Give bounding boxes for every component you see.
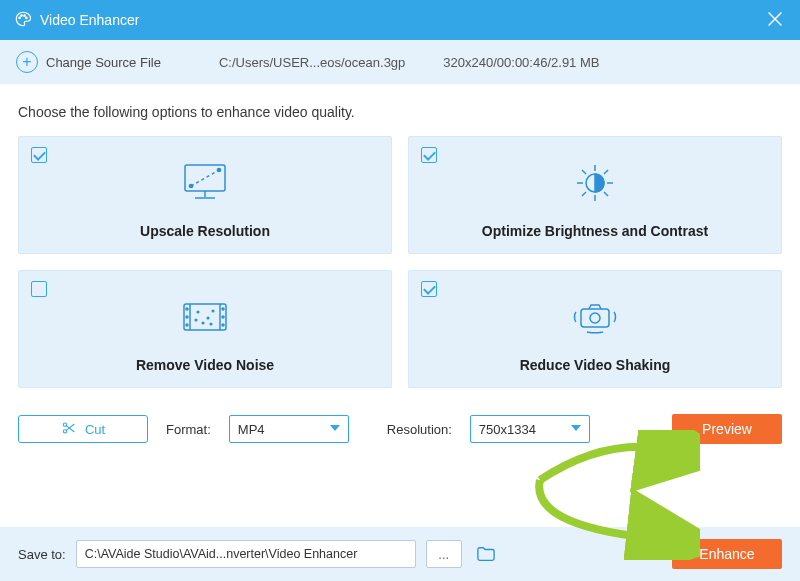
svg-point-1 — [21, 14, 23, 16]
film-noise-icon — [175, 287, 235, 347]
save-to-label: Save to: — [18, 547, 66, 562]
cut-button[interactable]: Cut — [18, 415, 148, 443]
monitor-icon — [175, 153, 235, 213]
save-path-value: C:\AVAide Studio\AVAid...nverter\Video E… — [85, 547, 358, 561]
cut-label: Cut — [85, 422, 105, 437]
source-path: C:/Users/USER...eos/ocean.3gp — [219, 55, 405, 70]
svg-point-27 — [222, 308, 224, 310]
resolution-select[interactable]: 750x1334 — [470, 415, 590, 443]
close-icon[interactable] — [764, 8, 786, 30]
format-label: Format: — [166, 422, 211, 437]
save-path-input[interactable]: C:\AVAide Studio\AVAid...nverter\Video E… — [76, 540, 416, 568]
option-reduce-shaking[interactable]: Reduce Video Shaking — [408, 270, 782, 388]
sun-contrast-icon — [565, 153, 625, 213]
camera-shake-icon — [565, 287, 625, 347]
save-bar: Save to: C:\AVAide Studio\AVAid...nverte… — [0, 527, 800, 581]
palette-icon — [14, 10, 32, 31]
checkbox-icon[interactable] — [421, 147, 437, 163]
checkbox-icon[interactable] — [31, 147, 47, 163]
svg-point-34 — [195, 319, 197, 321]
chevron-down-icon — [330, 425, 340, 431]
svg-point-31 — [207, 317, 209, 319]
svg-point-8 — [189, 184, 192, 187]
svg-point-2 — [24, 14, 26, 16]
svg-point-28 — [222, 316, 224, 318]
options-grid: Upscale Resolution Optimize Brightness a… — [0, 136, 800, 402]
format-select[interactable]: MP4 — [229, 415, 349, 443]
add-source-icon[interactable]: + — [16, 51, 38, 73]
svg-point-9 — [217, 168, 220, 171]
svg-point-25 — [186, 316, 188, 318]
svg-point-3 — [26, 17, 28, 19]
svg-point-32 — [202, 322, 204, 324]
svg-line-19 — [604, 170, 608, 174]
resolution-label: Resolution: — [387, 422, 452, 437]
option-remove-noise[interactable]: Remove Video Noise — [18, 270, 392, 388]
title-bar: Video Enhancer — [0, 0, 800, 40]
option-label: Upscale Resolution — [140, 223, 270, 239]
svg-point-35 — [210, 323, 212, 325]
change-source-button[interactable]: Change Source File — [46, 55, 161, 70]
svg-point-29 — [222, 324, 224, 326]
svg-point-33 — [212, 310, 214, 312]
option-label: Optimize Brightness and Contrast — [482, 223, 708, 239]
option-label: Reduce Video Shaking — [520, 357, 671, 373]
instruction-text: Choose the following options to enhance … — [0, 84, 800, 136]
checkbox-icon[interactable] — [421, 281, 437, 297]
source-meta: 320x240/00:00:46/2.91 MB — [443, 55, 599, 70]
svg-point-0 — [19, 17, 21, 19]
svg-point-39 — [63, 429, 66, 432]
svg-point-24 — [186, 308, 188, 310]
preview-button[interactable]: Preview — [672, 414, 782, 444]
svg-rect-36 — [581, 309, 609, 327]
svg-point-37 — [590, 313, 600, 323]
browse-button[interactable]: ... — [426, 540, 462, 568]
svg-point-30 — [197, 311, 199, 313]
svg-point-38 — [63, 423, 66, 426]
svg-line-7 — [191, 170, 219, 186]
app-title: Video Enhancer — [40, 12, 139, 28]
chevron-down-icon — [571, 425, 581, 431]
option-upscale-resolution[interactable]: Upscale Resolution — [18, 136, 392, 254]
checkbox-icon[interactable] — [31, 281, 47, 297]
enhance-button[interactable]: Enhance — [672, 539, 782, 569]
svg-line-20 — [582, 192, 586, 196]
svg-point-26 — [186, 324, 188, 326]
svg-line-18 — [604, 192, 608, 196]
resolution-value: 750x1334 — [479, 422, 536, 437]
svg-line-17 — [582, 170, 586, 174]
option-label: Remove Video Noise — [136, 357, 274, 373]
source-bar: + Change Source File C:/Users/USER...eos… — [0, 40, 800, 84]
scissors-icon — [61, 420, 77, 439]
option-brightness-contrast[interactable]: Optimize Brightness and Contrast — [408, 136, 782, 254]
open-folder-icon[interactable] — [472, 543, 500, 565]
format-value: MP4 — [238, 422, 265, 437]
controls-row: Cut Format: MP4 Resolution: 750x1334 Pre… — [0, 410, 800, 456]
